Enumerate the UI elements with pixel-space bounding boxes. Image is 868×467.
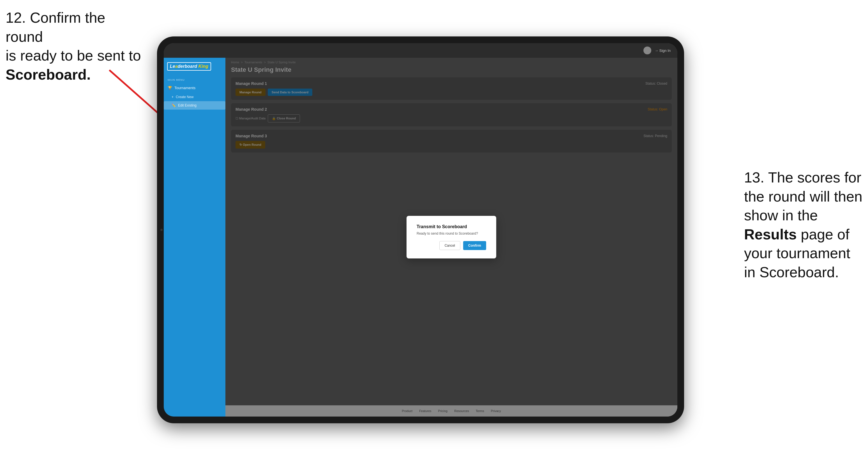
logo-box: Leaderboard King [167, 62, 211, 71]
signin-label[interactable]: → Sign In [655, 49, 671, 53]
sidebar-item-create-new[interactable]: + Create New [164, 93, 225, 101]
edit-icon: ✏️ [172, 103, 176, 107]
annotation-line3: Scoreboard. [6, 66, 91, 83]
annotation-right-line2: the round will then [744, 188, 862, 205]
app-layout: Leaderboard King MAIN MENU 🏆 Tournaments… [164, 58, 677, 416]
confirm-button[interactable]: Confirm [463, 241, 486, 250]
annotation-right-line3: show in the [744, 207, 818, 223]
modal-title: Transmit to Scoreboard [416, 224, 486, 229]
annotation-line2: is ready to be sent to [6, 48, 141, 64]
main-content: Home > Tournaments > State U Spring Invi… [225, 58, 677, 416]
main-menu-label: MAIN MENU [164, 75, 225, 83]
annotation-top-left: 12. Confirm the round is ready to be sen… [6, 8, 146, 84]
modal-overlay: Transmit to Scoreboard Ready to send thi… [225, 58, 677, 416]
annotation-right-line4-bold: Results [744, 226, 797, 243]
tablet: → Sign In Leaderboard King MAIN MENU 🏆 T… [157, 36, 684, 423]
cancel-button[interactable]: Cancel [439, 241, 460, 250]
sidebar: Leaderboard King MAIN MENU 🏆 Tournaments… [164, 58, 225, 416]
annotation-line1: 12. Confirm the round [6, 9, 105, 45]
plus-icon: + [172, 95, 174, 99]
edit-existing-label: Edit Existing [178, 103, 196, 107]
top-bar: → Sign In [164, 43, 677, 58]
sidebar-item-edit-existing[interactable]: ✏️ Edit Existing [164, 101, 225, 110]
avatar [644, 46, 651, 54]
trophy-icon: 🏆 [168, 86, 172, 90]
annotation-right-line1: 13. The scores for [744, 169, 861, 186]
logo-king: King [198, 64, 208, 69]
tablet-screen: → Sign In Leaderboard King MAIN MENU 🏆 T… [164, 43, 677, 416]
transmit-modal: Transmit to Scoreboard Ready to send thi… [406, 216, 496, 258]
annotation-right-line4-rest: page of [797, 226, 849, 243]
sidebar-item-tournaments[interactable]: 🏆 Tournaments [164, 83, 225, 93]
camera-dot [160, 229, 163, 231]
annotation-right-line6: in Scoreboard. [744, 264, 839, 280]
annotation-right: 13. The scores for the round will then s… [744, 168, 862, 282]
modal-body: Ready to send this round to Scoreboard? [416, 231, 486, 236]
modal-actions: Cancel Confirm [416, 241, 486, 250]
annotation-right-line5: your tournament [744, 245, 850, 261]
create-new-label: Create New [176, 95, 193, 99]
sidebar-logo: Leaderboard King [164, 58, 225, 75]
logo-text: Leaderboard King [170, 64, 208, 69]
tournaments-label: Tournaments [175, 86, 195, 90]
